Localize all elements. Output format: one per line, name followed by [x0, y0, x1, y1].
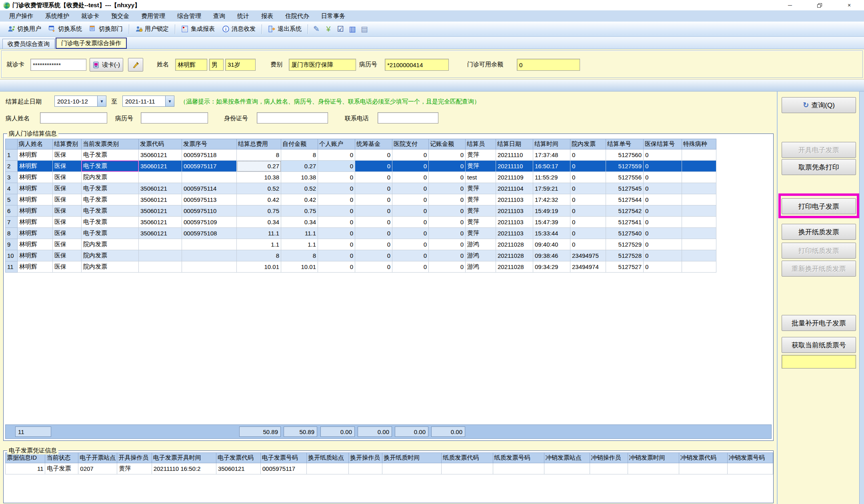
cell[interactable]: 5127540: [606, 228, 644, 239]
column-header[interactable]: 发票序号: [182, 139, 237, 149]
toolbar-button-2[interactable]: 切换部门: [86, 24, 126, 34]
cell[interactable]: [544, 463, 590, 474]
cell[interactable]: 林明辉: [18, 172, 53, 183]
cell[interactable]: [728, 463, 773, 474]
cell[interactable]: 0: [392, 250, 429, 261]
cell[interactable]: 0: [429, 250, 466, 261]
cell[interactable]: 0.42: [237, 194, 281, 205]
cell[interactable]: 医保: [53, 172, 82, 183]
column-header[interactable]: 发票代码: [139, 139, 182, 149]
cell[interactable]: 20211103: [496, 217, 533, 228]
cell[interactable]: 0: [318, 194, 355, 205]
cell[interactable]: 0: [355, 261, 392, 273]
cell[interactable]: [590, 463, 628, 474]
cell[interactable]: 林明辉: [18, 149, 53, 161]
cell[interactable]: [382, 463, 442, 474]
menu-item-2[interactable]: 就诊卡: [75, 10, 105, 22]
cell[interactable]: 医保: [53, 217, 82, 228]
cell[interactable]: 0: [392, 261, 429, 273]
column-header[interactable]: 结算日期: [496, 139, 533, 149]
cell[interactable]: 5127545: [606, 183, 644, 194]
cell[interactable]: 0: [570, 217, 606, 228]
cell[interactable]: 林明辉: [18, 205, 53, 217]
cell[interactable]: 5127541: [606, 217, 644, 228]
cell[interactable]: 11: [6, 261, 18, 273]
menu-item-1[interactable]: 系统维护: [39, 10, 75, 22]
column-header[interactable]: 结算总费用: [237, 139, 281, 149]
minimize-button[interactable]: ─: [775, 0, 805, 10]
cell[interactable]: 0: [392, 239, 429, 250]
cell[interactable]: test: [466, 172, 496, 183]
cell[interactable]: 0005975109: [182, 217, 237, 228]
cell[interactable]: 0: [429, 217, 466, 228]
cell[interactable]: 0: [570, 183, 606, 194]
cell[interactable]: 0005975118: [182, 149, 237, 161]
cell[interactable]: 0: [429, 228, 466, 239]
cell[interactable]: 0: [644, 239, 682, 250]
cell[interactable]: 0: [355, 228, 392, 239]
cell[interactable]: 20211109: [496, 172, 533, 183]
action-button-8[interactable]: 获取当前纸质票号: [782, 337, 856, 353]
cell[interactable]: 0: [318, 183, 355, 194]
column-header[interactable]: 冲销发票号码: [728, 453, 773, 463]
menu-item-8[interactable]: 报表: [255, 10, 279, 22]
cell[interactable]: 医保: [53, 250, 82, 261]
form-icon[interactable]: ▤: [358, 24, 370, 34]
cell[interactable]: 10: [6, 250, 18, 261]
cell[interactable]: 0: [355, 183, 392, 194]
cell[interactable]: 5127559: [606, 161, 644, 172]
cell[interactable]: 0: [429, 149, 466, 161]
cell[interactable]: 20211110: [496, 149, 533, 161]
cell[interactable]: 0: [570, 194, 606, 205]
cell[interactable]: 09:40:40: [533, 239, 570, 250]
table-row[interactable]: 9林明辉医保院内发票1.11.10000游鸿2021102809:40:4005…: [6, 239, 716, 250]
cell[interactable]: 0: [392, 194, 429, 205]
cell[interactable]: 0.34: [281, 217, 318, 228]
cell[interactable]: 0: [429, 261, 466, 273]
cell[interactable]: 黄萍: [466, 149, 496, 161]
cell[interactable]: 0: [644, 161, 682, 172]
id-number-input[interactable]: [257, 112, 328, 124]
cell[interactable]: 医保: [53, 194, 82, 205]
column-header[interactable]: 换开纸质时间: [382, 453, 442, 463]
cell[interactable]: 电子发票: [82, 228, 139, 239]
column-header[interactable]: 个人账户: [318, 139, 355, 149]
date-to-picker[interactable]: 2021-11-11 ▼: [122, 96, 174, 107]
cell[interactable]: 医保: [53, 149, 82, 161]
cell[interactable]: [307, 463, 349, 474]
cell[interactable]: 0207: [78, 463, 117, 474]
table-row[interactable]: 6林明辉医保电子发票3506012100059751100.750.750000…: [6, 205, 716, 217]
cell[interactable]: [628, 463, 679, 474]
cell[interactable]: 0: [318, 205, 355, 217]
cell[interactable]: 0: [355, 149, 392, 161]
column-header[interactable]: 自付金额: [281, 139, 318, 149]
cell[interactable]: 黄萍: [117, 463, 152, 474]
cell[interactable]: 医保: [53, 228, 82, 239]
column-header[interactable]: 病人姓名: [18, 139, 53, 149]
table-row[interactable]: 4林明辉医保电子发票3506012100059751140.520.520000…: [6, 183, 716, 194]
cell[interactable]: 20211028: [496, 261, 533, 273]
cell[interactable]: 0005975110: [182, 205, 237, 217]
cell[interactable]: 35060121: [139, 161, 182, 172]
cell[interactable]: 黄萍: [466, 205, 496, 217]
cell[interactable]: 医保: [53, 261, 82, 273]
cell[interactable]: 游鸿: [466, 239, 496, 250]
cell[interactable]: 0: [429, 172, 466, 183]
cell[interactable]: 4: [6, 183, 18, 194]
cell[interactable]: 院内发票: [82, 261, 139, 273]
cell[interactable]: [182, 250, 237, 261]
column-header[interactable]: 结算时间: [533, 139, 570, 149]
cell[interactable]: [182, 261, 237, 273]
cell[interactable]: 林明辉: [18, 194, 53, 205]
column-header[interactable]: 换开纸质站点: [307, 453, 349, 463]
action-button-2[interactable]: 取票凭条打印: [782, 159, 856, 175]
cell[interactable]: 35060121: [139, 149, 182, 161]
cell[interactable]: 0: [644, 172, 682, 183]
cell[interactable]: 5: [6, 194, 18, 205]
column-header[interactable]: 医保结算号: [644, 139, 682, 149]
menu-item-0[interactable]: 用户操作: [3, 10, 39, 22]
cell[interactable]: 0: [318, 250, 355, 261]
cell[interactable]: 0: [429, 205, 466, 217]
cell[interactable]: 医保: [53, 205, 82, 217]
cell[interactable]: 院内发票: [82, 172, 139, 183]
